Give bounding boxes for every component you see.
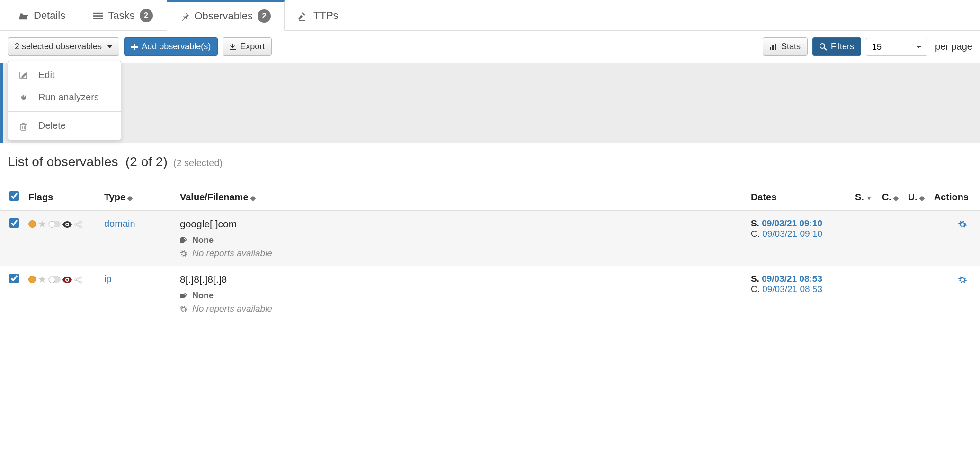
s-date-value[interactable]: 09/03/21 09:10 xyxy=(762,218,822,228)
ioc-toggle[interactable] xyxy=(48,276,61,283)
svg-point-16 xyxy=(75,279,77,281)
svg-rect-0 xyxy=(93,12,103,14)
col-c[interactable]: C. xyxy=(882,192,891,202)
c-date-prefix: C. xyxy=(751,229,760,239)
col-flags: Flags xyxy=(28,192,53,202)
type-link[interactable]: domain xyxy=(104,218,135,229)
star-icon[interactable]: ★ xyxy=(38,274,46,285)
tags-icon xyxy=(180,235,188,245)
c-date-prefix: C. xyxy=(751,284,760,294)
star-icon[interactable]: ★ xyxy=(38,218,46,230)
tab-observables[interactable]: Observables 2 xyxy=(167,0,285,31)
svg-point-18 xyxy=(80,281,81,283)
c-date-value[interactable]: 09/03/21 09:10 xyxy=(762,229,822,239)
export-button[interactable]: Export xyxy=(223,37,272,56)
menu-run-analyzers[interactable]: Run analyzers xyxy=(8,86,121,108)
pin-icon xyxy=(180,10,190,22)
list-selected-count: (2 selected) xyxy=(173,158,223,169)
trash-icon xyxy=(19,120,29,131)
svg-point-12 xyxy=(80,221,81,223)
col-s[interactable]: S. xyxy=(855,192,864,202)
svg-line-15 xyxy=(77,225,80,226)
tasks-count-badge: 2 xyxy=(140,9,153,22)
menu-delete-label: Delete xyxy=(38,120,66,131)
tab-ttps[interactable]: TTPs xyxy=(285,0,352,30)
eye-icon[interactable] xyxy=(62,219,72,230)
svg-line-14 xyxy=(77,223,80,224)
tab-details[interactable]: Details xyxy=(5,0,79,30)
c-date-value[interactable]: 09/03/21 08:53 xyxy=(762,284,822,294)
gavel-icon xyxy=(298,9,309,22)
col-actions: Actions xyxy=(934,192,969,202)
s-date-prefix: S. xyxy=(751,218,759,228)
table-row: ★ domain google[.]com None xyxy=(0,210,980,266)
menu-delete[interactable]: Delete xyxy=(8,115,121,137)
tab-tasks[interactable]: Tasks 2 xyxy=(79,0,166,30)
filters-button[interactable]: Filters xyxy=(812,37,861,56)
type-link[interactable]: ip xyxy=(104,274,112,284)
search-icon xyxy=(820,42,827,52)
tab-ttps-label: TTPs xyxy=(313,9,339,22)
plus-icon xyxy=(131,42,138,52)
share-icon[interactable] xyxy=(74,275,82,285)
sort-icon: ◆ xyxy=(250,194,256,202)
tags-value: None xyxy=(192,291,214,301)
tlp-dot-icon[interactable] xyxy=(28,276,36,283)
menu-edit-label: Edit xyxy=(38,70,54,80)
selected-observables-dropdown[interactable]: 2 selected observables xyxy=(8,37,119,56)
stats-label: Stats xyxy=(781,42,801,52)
menu-divider xyxy=(8,111,121,112)
observable-value: 8[.]8[.]8[.]8 xyxy=(180,274,741,285)
svg-rect-2 xyxy=(93,18,103,19)
add-observable-button[interactable]: Add observable(s) xyxy=(124,37,218,56)
svg-rect-4 xyxy=(131,46,138,48)
reports-status: No reports available xyxy=(192,248,272,259)
table-row: ★ ip 8[.]8[.]8[.]8 None xyxy=(0,266,980,322)
s-date-value[interactable]: 09/03/21 08:53 xyxy=(762,274,822,284)
svg-line-19 xyxy=(77,278,80,279)
svg-line-20 xyxy=(77,280,80,282)
per-page-select[interactable]: 15 xyxy=(866,38,927,56)
filters-label: Filters xyxy=(831,42,854,52)
select-all-checkbox[interactable] xyxy=(9,191,19,201)
folder-open-icon xyxy=(18,9,29,22)
bar-chart-icon xyxy=(770,42,777,52)
row-checkbox[interactable] xyxy=(9,274,19,283)
tlp-dot-icon[interactable] xyxy=(28,220,36,228)
ioc-toggle[interactable] xyxy=(48,221,61,227)
download-icon xyxy=(230,42,236,52)
fire-icon xyxy=(19,92,29,103)
tab-bar: Details Tasks 2 Observables 2 TTPs xyxy=(0,0,980,31)
col-value[interactable]: Value/Filename xyxy=(180,192,249,202)
col-u[interactable]: U. xyxy=(908,192,918,202)
gear-icon xyxy=(180,248,187,259)
content-gap xyxy=(0,63,980,143)
col-dates: Dates xyxy=(751,192,776,202)
col-type[interactable]: Type xyxy=(104,192,125,202)
row-checkbox[interactable] xyxy=(9,218,19,228)
svg-point-11 xyxy=(75,224,77,225)
svg-point-8 xyxy=(820,44,825,48)
row-actions-button[interactable] xyxy=(958,274,967,284)
reports-status: No reports available xyxy=(192,304,272,314)
menu-edit[interactable]: Edit xyxy=(8,64,121,86)
selection-actions-menu: Edit Run analyzers Delete xyxy=(8,61,121,140)
row-actions-button[interactable] xyxy=(958,218,967,229)
svg-rect-6 xyxy=(772,45,774,50)
s-date-prefix: S. xyxy=(751,274,759,284)
sort-desc-icon: ▼ xyxy=(866,194,873,202)
flags-group: ★ xyxy=(28,274,95,285)
observables-table: Flags Type◆ Value/Filename◆ Dates S.▼ C.… xyxy=(0,185,980,322)
stats-button[interactable]: Stats xyxy=(763,37,808,56)
svg-rect-7 xyxy=(775,44,776,50)
tags-value: None xyxy=(192,235,214,245)
eye-icon[interactable] xyxy=(62,274,72,285)
toolbar: 2 selected observables Add observable(s)… xyxy=(0,31,980,63)
sort-icon: ◆ xyxy=(919,194,925,202)
sort-icon: ◆ xyxy=(893,194,899,202)
tab-observables-label: Observables xyxy=(195,10,253,22)
share-icon[interactable] xyxy=(74,219,82,229)
svg-point-13 xyxy=(80,226,81,228)
svg-line-9 xyxy=(824,48,827,50)
observables-count-badge: 2 xyxy=(258,9,271,23)
